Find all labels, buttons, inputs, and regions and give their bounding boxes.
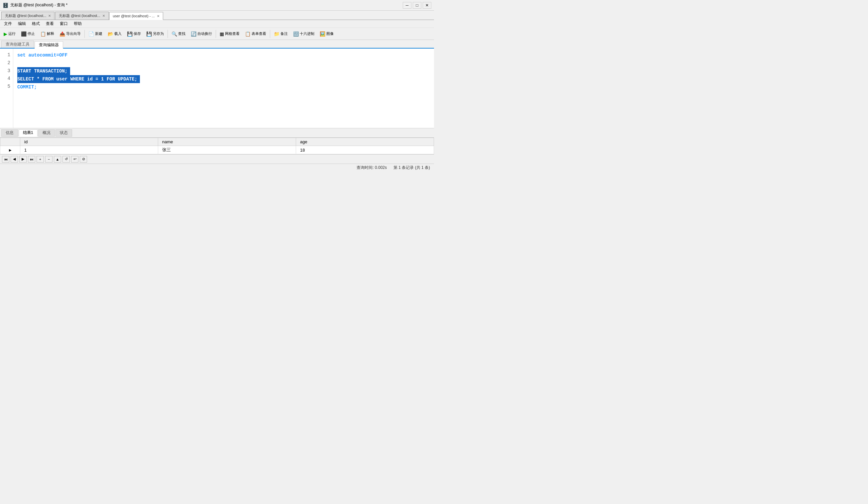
menu-help[interactable]: 帮助 [71,21,84,27]
menu-bar: 文件 编辑 格式 查看 窗口 帮助 [0,20,434,28]
delete-row-button[interactable]: − [45,156,52,163]
nav-last-button[interactable]: ⏭ [28,156,35,163]
doc-tab-1[interactable]: 无标题 @test (localhost... ✕ [1,12,54,20]
nav-first-button[interactable]: ⏮ [2,156,9,163]
doc-tab-1-close[interactable]: ✕ [48,14,51,18]
tab-status-label: 状态 [60,130,68,136]
export-label: 导出向导 [66,31,81,36]
cell-age: 18 [296,146,434,154]
code-editor[interactable]: 1 2 3 4 5 set autocommit=OFF START TRANS… [0,49,434,128]
code-line-2 [17,59,430,67]
save-label: 保存 [134,31,141,36]
saveas-label: 另存为 [153,31,164,36]
tab-result1[interactable]: 结果1 [19,129,38,137]
tab-query-editor[interactable]: 查询编辑器 [34,41,63,49]
hex-icon: 🔢 [293,31,299,37]
col-indicator [0,138,20,146]
find-button[interactable]: 🔍 查找 [169,29,188,39]
tab-overview-label: 概况 [42,130,51,136]
image-label: 图像 [326,31,334,36]
tab-info-label: 信息 [6,130,14,136]
tab-result1-label: 结果1 [23,130,33,136]
document-tab-bar: 无标题 @test (localhost... ✕ 无标题 @test (loc… [0,11,434,20]
export-button[interactable]: 📤 导出向导 [57,29,83,39]
gridview-icon: ▦ [220,31,224,37]
status-bar: 查询时间: 0.002s 第 1 条记录 (共 1 条) [0,164,434,172]
record-count: 第 1 条记录 (共 1 条) [393,165,430,171]
main-toolbar: ▶ 运行 ⬛ 停止 📋 解释 📤 导出向导 📄 新建 📂 载入 💾 保存 💾 另… [0,28,434,40]
tab-overview[interactable]: 概况 [38,129,55,137]
menu-file[interactable]: 文件 [1,21,14,27]
new-label: 新建 [95,31,102,36]
doc-tab-3-close[interactable]: ✕ [157,14,159,18]
row-indicator: ▶ [0,146,20,154]
table-row[interactable]: ▶ 1 张三 18 [0,146,434,154]
tab-query-builder-label: 查询创建工具 [6,42,30,47]
load-button[interactable]: 📂 载入 [105,29,124,39]
clear-button[interactable]: ⊘ [80,156,87,163]
doc-tab-2-close[interactable]: ✕ [102,14,105,18]
code-text-5: COMMIT; [17,83,37,91]
result-table: id name age ▶ 1 张三 18 [0,138,434,154]
col-id: id [20,138,158,146]
close-button[interactable]: ✕ [423,2,431,9]
line-num-2: 2 [0,59,10,67]
move-up-button[interactable]: ▲ [54,156,61,163]
doc-tab-3[interactable]: user @test (localhost) - ... ✕ [109,12,163,20]
menu-edit[interactable]: 编辑 [15,21,29,27]
autowrap-icon: 🔄 [191,31,196,37]
stop-label: 停止 [28,31,35,36]
save-button[interactable]: 💾 保存 [125,29,143,39]
explain-button[interactable]: 📋 解释 [38,29,56,39]
run-label: 运行 [8,31,16,36]
nav-prev-button[interactable]: ◀ [11,156,18,163]
tab-query-builder[interactable]: 查询创建工具 [1,41,34,48]
query-tab-bar: 查询创建工具 查询编辑器 [0,40,434,49]
doc-tab-2-label: 无标题 @test (localhost... [59,13,100,18]
doc-tab-2[interactable]: 无标题 @test (localhost... ✕ [55,12,108,20]
menu-view[interactable]: 查看 [43,21,56,27]
saveas-icon: 💾 [146,31,152,37]
app-icon: 🗄️ [3,3,8,8]
image-button[interactable]: 🖼️ 图像 [317,29,336,39]
line-numbers: 1 2 3 4 5 [0,49,13,128]
cell-name: 张三 [158,146,296,154]
menu-window[interactable]: 窗口 [57,21,71,27]
autowrap-button[interactable]: 🔄 自动换行 [188,29,214,39]
col-age: age [296,138,434,146]
code-line-5: COMMIT; [17,83,430,91]
autowrap-label: 自动换行 [197,31,212,36]
col-name: name [158,138,296,146]
new-button[interactable]: 📄 新建 [86,29,105,39]
formview-button[interactable]: 📋 表单查看 [242,29,269,39]
tab-status[interactable]: 状态 [55,129,72,137]
undo-button[interactable]: ↩ [71,156,79,163]
add-row-button[interactable]: + [37,156,44,163]
title-bar-left: 🗄️ 无标题 @test (localhost) - 查询 * [3,2,68,8]
minimize-button[interactable]: ─ [403,2,411,9]
doc-tab-1-label: 无标题 @test (localhost... [5,13,46,18]
run-button[interactable]: ▶ 运行 [1,29,18,39]
redo-button[interactable]: ↺ [62,156,70,163]
code-content[interactable]: set autocommit=OFF START TRANSACTION; SE… [13,49,434,128]
tab-info[interactable]: 信息 [1,129,18,137]
load-label: 载入 [114,31,122,36]
gridview-button[interactable]: ▦ 网格查看 [217,29,242,39]
formview-label: 表单查看 [251,31,266,36]
line-num-4: 4 [0,75,10,83]
saveas-button[interactable]: 💾 另存为 [144,29,166,39]
hex-button[interactable]: 🔢 十六进制 [291,29,317,39]
code-line-3: START TRANSACTION; [17,67,430,75]
toolbar-sep-2 [167,30,168,38]
nav-next-button[interactable]: ▶ [19,156,27,163]
maximize-button[interactable]: □ [413,2,421,9]
backup-button[interactable]: 📁 备注 [271,29,290,39]
code-line-1: set autocommit=OFF [17,51,430,59]
menu-format[interactable]: 格式 [29,21,42,27]
cell-id: 1 [20,146,158,154]
stop-button[interactable]: ⬛ 停止 [19,29,37,39]
toolbar-sep-3 [216,30,216,38]
toolbar-sep-1 [84,30,85,38]
hex-label: 十六进制 [300,31,314,36]
title-bar: 🗄️ 无标题 @test (localhost) - 查询 * ─ □ ✕ [0,0,434,11]
